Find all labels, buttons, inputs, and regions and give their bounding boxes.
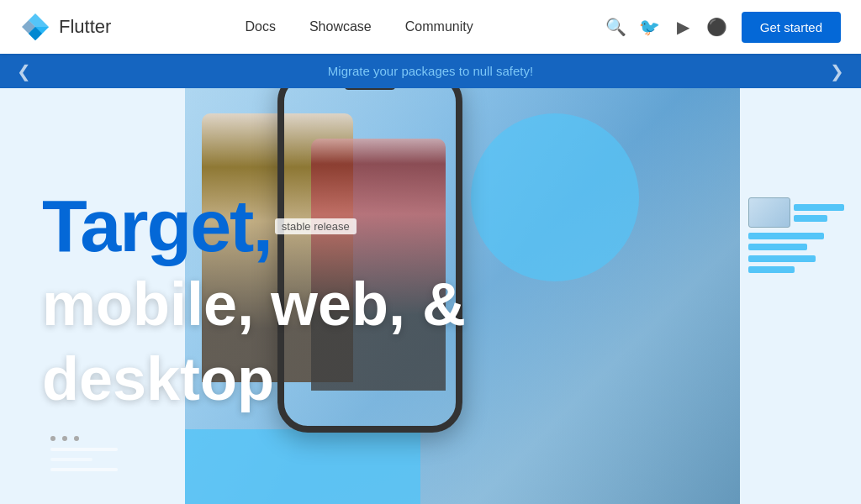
phone-notch	[345, 88, 395, 90]
ui-panel-bars	[794, 204, 844, 222]
ui-panel-bars-2	[748, 233, 824, 250]
banner-prev-arrow[interactable]: ❮	[17, 61, 31, 81]
ui-bar-4	[748, 244, 807, 250]
hero-background	[185, 88, 740, 504]
nav-community[interactable]: Community	[405, 19, 473, 34]
ui-bar-6	[748, 266, 795, 273]
deco-dot-2	[62, 436, 67, 441]
banner-message[interactable]: Migrate your packages to null safety!	[328, 64, 533, 78]
hero-left-decoration	[50, 436, 118, 471]
deco-dot-3	[74, 436, 79, 441]
deco-line-1	[50, 448, 118, 451]
hero-phone-device	[277, 88, 462, 433]
github-icon[interactable]: ⚫	[708, 18, 726, 36]
announcement-banner: ❮ Migrate your packages to null safety! …	[0, 54, 861, 88]
deco-line-2	[50, 458, 92, 461]
youtube-icon[interactable]: ▶	[674, 18, 693, 36]
hero-blue-circle	[471, 113, 639, 281]
hero-ui-panels	[748, 197, 844, 273]
ui-panel-image	[748, 197, 790, 228]
ui-panel-2	[748, 233, 844, 250]
ui-bar-1	[794, 204, 844, 211]
twitter-icon[interactable]: 🐦	[641, 18, 659, 36]
ui-panel-1	[748, 197, 844, 228]
nav-docs[interactable]: Docs	[245, 19, 275, 34]
deco-dot-1	[50, 436, 55, 441]
get-started-button[interactable]: Get started	[742, 12, 841, 43]
hero-blue-rect	[185, 429, 420, 504]
ui-panel-bars-3	[748, 255, 816, 273]
deco-line-3	[50, 468, 118, 471]
navbar-actions: 🔍 🐦 ▶ ⚫ Get started	[607, 12, 841, 43]
banner-next-arrow[interactable]: ❯	[830, 61, 844, 81]
search-icon[interactable]: 🔍	[607, 18, 626, 36]
hero-section: Target, stable release mobile, web, & de…	[0, 88, 861, 504]
ui-bar-5	[748, 255, 816, 262]
navbar-brand-section: Flutter	[20, 12, 111, 42]
navbar-nav: Docs Showcase Community	[245, 19, 473, 34]
deco-dot-row-1	[50, 436, 118, 441]
ui-bar-2	[794, 215, 827, 222]
flutter-logo-icon	[20, 12, 50, 42]
ui-bar-3	[748, 233, 824, 239]
nav-showcase[interactable]: Showcase	[309, 19, 372, 34]
brand-name: Flutter	[59, 16, 111, 38]
ui-panel-3	[748, 255, 844, 273]
navbar: Flutter Docs Showcase Community 🔍 🐦 ▶ ⚫ …	[0, 0, 861, 54]
